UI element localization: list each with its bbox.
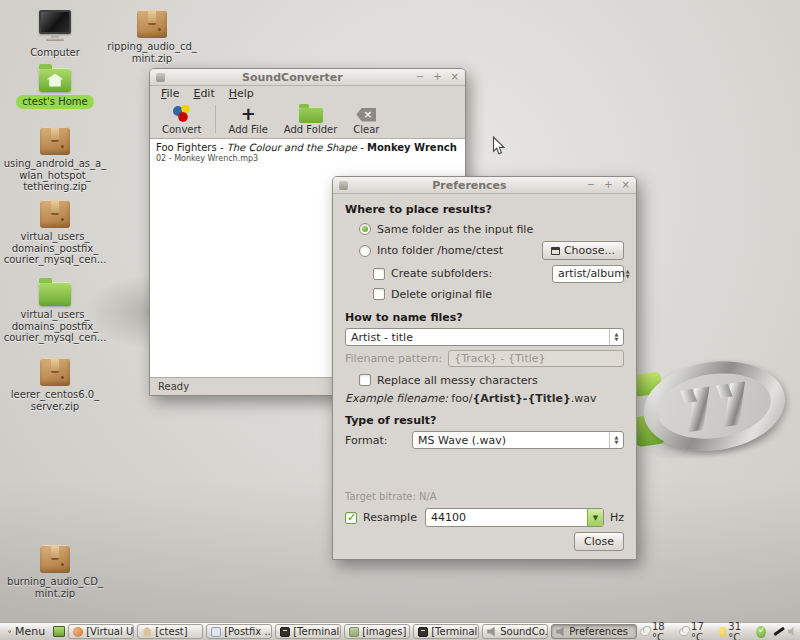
preferences-window: Preferences − + × Where to place results…	[332, 176, 637, 560]
folder-icon	[551, 247, 560, 255]
file-list-item[interactable]: Foo Fighters - The Colour and the Shape …	[156, 142, 459, 163]
resample-checkbox[interactable]	[345, 512, 357, 524]
mint-11-logo	[634, 352, 796, 472]
desktop-icon-virtual-users-zip[interactable]: virtual_users_ domains_postfix_ courier_…	[7, 200, 103, 266]
add-file-button[interactable]: + Add File	[223, 103, 274, 136]
window-title: Preferences	[352, 179, 587, 192]
replace-messy-checkbox[interactable]	[359, 374, 371, 386]
maximize-button[interactable]: +	[433, 72, 441, 82]
naming-heading: How to name files?	[345, 311, 624, 324]
archive-icon	[40, 127, 70, 155]
weather-item[interactable]: 17 °C	[679, 621, 712, 640]
format-combobox[interactable]: MS Wave (.wav)	[412, 431, 624, 449]
desktop-icon-leerer-centos-zip[interactable]: leerer_centos6.0_ server.zip	[7, 358, 103, 412]
replace-messy-label: Replace all messy characters	[377, 374, 538, 387]
naming-scheme-combobox[interactable]: Artist - title	[345, 328, 624, 346]
subfolder-pattern-combobox[interactable]: artist/album	[552, 265, 624, 283]
menu-file[interactable]: File	[154, 87, 186, 100]
task-button-soundconverter[interactable]: SoundCo...	[482, 624, 548, 639]
spin-arrows-icon[interactable]	[609, 432, 623, 448]
show-desktop-button[interactable]	[53, 626, 65, 637]
window-icon[interactable]	[156, 73, 165, 82]
menu-button[interactable]: Menu	[3, 624, 50, 639]
folder-icon	[349, 627, 359, 637]
cloud-icon	[640, 628, 650, 636]
add-folder-button[interactable]: Add Folder	[278, 103, 343, 136]
resample-unit-label: Hz	[610, 511, 624, 524]
task-button-terminal-1[interactable]: [Terminal]	[275, 624, 341, 639]
home-folder-icon	[39, 68, 71, 92]
desktop-icon-label: leerer_centos6.0_ server.zip	[11, 389, 99, 412]
spin-arrows-icon[interactable]	[609, 329, 623, 345]
weather-item[interactable]: 31 °C	[719, 621, 751, 640]
task-button-virtualbox[interactable]: [Virtual U...	[68, 624, 134, 639]
logo-digit-one	[688, 387, 709, 432]
desktop-icon-label: ripping_audio_cd_ mint.zip	[107, 41, 197, 64]
menu-help[interactable]: Help	[222, 87, 261, 100]
desktop-icon-virtual-users-folder[interactable]: virtual_users_ domains_postfix_ courier_…	[7, 278, 103, 344]
desktop-icon-label: Computer	[30, 47, 80, 59]
maximize-button[interactable]: +	[604, 180, 612, 190]
pen-icon[interactable]	[772, 625, 782, 638]
choose-button[interactable]: Choose...	[542, 241, 624, 260]
archive-icon	[40, 545, 70, 573]
desktop-icon-computer[interactable]: Computer	[7, 10, 103, 59]
terminal-icon	[280, 627, 290, 637]
toolbar: Convert + Add File Add Folder Clear	[150, 101, 465, 138]
home-icon	[142, 627, 152, 637]
menu-edit[interactable]: Edit	[186, 87, 221, 100]
desktop-icon-burning-audio-zip[interactable]: burning_audio_CD_ mint.zip	[7, 545, 103, 599]
desktop-icon-android-hotspot-zip[interactable]: using_android_as_a_ wlan_hotspot_ tether…	[7, 127, 103, 193]
shield-check-icon[interactable]	[756, 626, 766, 638]
task-button-postfix[interactable]: [Postfix ...	[206, 624, 272, 639]
backspace-icon	[356, 104, 376, 123]
desktop-icon-ripping-audio-zip[interactable]: ripping_audio_cd_ mint.zip	[104, 10, 200, 64]
task-button-terminal-2[interactable]: [Terminal]	[413, 624, 479, 639]
filename-pattern-label: Filename pattern:	[345, 352, 442, 365]
create-subfolders-label: Create subfolders:	[391, 267, 492, 280]
weather-item[interactable]: 18 °C	[640, 621, 673, 640]
file-name-line: 02 - Monkey Wrench.mp3	[156, 154, 459, 163]
convert-button[interactable]: Convert	[156, 103, 208, 136]
example-filename-line: Example filename: foo/{Artist}-{Title}.w…	[345, 392, 624, 405]
cloud-icon	[679, 628, 689, 636]
window-icon[interactable]	[339, 181, 348, 190]
logo-digit-one	[724, 382, 745, 427]
sun-icon	[719, 627, 727, 637]
filename-pattern-entry: {Track} - {Title}	[448, 350, 624, 367]
same-folder-radio[interactable]	[359, 223, 371, 235]
titlebar[interactable]: Preferences − + ×	[333, 177, 636, 194]
clear-button[interactable]: Clear	[347, 103, 385, 136]
dropdown-arrow-icon[interactable]	[587, 509, 603, 526]
delete-original-checkbox[interactable]	[373, 288, 385, 300]
where-heading: Where to place results?	[345, 203, 624, 216]
desktop-icon-label-selected: ctest's Home	[16, 95, 93, 109]
menubar: File Edit Help	[150, 86, 465, 101]
archive-icon	[40, 200, 70, 228]
task-button-preferences[interactable]: Preferences	[551, 624, 637, 639]
house-glyph	[47, 74, 64, 87]
same-folder-label: Same folder as the input file	[377, 223, 533, 236]
speaker-icon	[556, 627, 566, 637]
result-heading: Type of result?	[345, 414, 624, 427]
speaker-muted-icon[interactable]	[788, 627, 795, 636]
minimize-button[interactable]: −	[416, 72, 424, 82]
task-button-ctest[interactable]: [ctest]	[137, 624, 203, 639]
terminal-icon	[418, 627, 428, 637]
task-button-images[interactable]: [images]	[344, 624, 410, 639]
into-folder-radio[interactable]	[359, 245, 371, 257]
close-dialog-button[interactable]: Close	[574, 532, 624, 551]
desktop-icon-home[interactable]: ctest's Home	[7, 64, 103, 109]
spin-arrows-icon[interactable]	[625, 266, 630, 282]
desktop: Computer ripping_audio_cd_ mint.zip ctes…	[0, 0, 800, 640]
close-button[interactable]: ×	[451, 72, 459, 82]
close-button[interactable]: ×	[622, 180, 630, 190]
titlebar[interactable]: SoundConverter − + ×	[150, 69, 465, 86]
minimize-button[interactable]: −	[587, 180, 595, 190]
window-icon	[211, 627, 221, 637]
folder-icon	[299, 104, 323, 123]
gear-icon	[8, 626, 11, 637]
resample-rate-entry[interactable]: 44100	[425, 508, 604, 527]
create-subfolders-checkbox[interactable]	[373, 268, 385, 280]
archive-icon	[137, 10, 167, 38]
